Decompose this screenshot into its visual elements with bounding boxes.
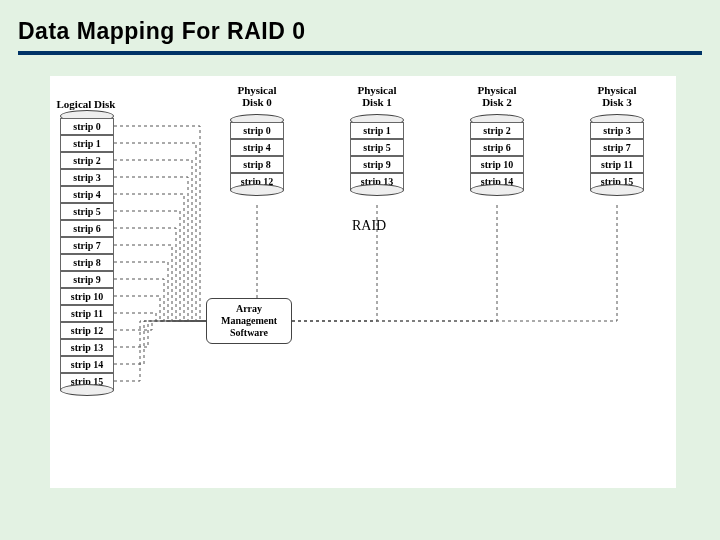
array-management-software-box: Array Management Software bbox=[206, 298, 292, 344]
physical-disk-bottom-ellipse bbox=[470, 184, 524, 196]
physical-disk-bottom-ellipse bbox=[350, 184, 404, 196]
logical-strip-cell: strip 7 bbox=[60, 237, 114, 254]
physical-strip-cell: strip 2 bbox=[470, 122, 524, 139]
physical-disk-1-label: Physical Disk 1 bbox=[347, 84, 407, 108]
logical-strip-cell: strip 2 bbox=[60, 152, 114, 169]
logical-strip-cell: strip 13 bbox=[60, 339, 114, 356]
physical-strip-cell: strip 6 bbox=[470, 139, 524, 156]
physical-strip-cell: strip 10 bbox=[470, 156, 524, 173]
title-bar: Data Mapping For RAID 0 bbox=[18, 18, 702, 55]
physical-strip-cell: strip 4 bbox=[230, 139, 284, 156]
physical-disk-3-label: Physical Disk 3 bbox=[587, 84, 647, 108]
logical-strip-cell: strip 12 bbox=[60, 322, 114, 339]
ams-label: Array Management Software bbox=[207, 303, 291, 339]
logical-strip-cell: strip 0 bbox=[60, 118, 114, 135]
logical-disk-bottom-ellipse bbox=[60, 384, 114, 396]
physical-strip-cell: strip 11 bbox=[590, 156, 644, 173]
logical-strip-cell: strip 14 bbox=[60, 356, 114, 373]
physical-strip-cell: strip 0 bbox=[230, 122, 284, 139]
raid-floating-label: RAID bbox=[352, 218, 386, 234]
physical-disk-2-label: Physical Disk 2 bbox=[467, 84, 527, 108]
logical-strip-cell: strip 5 bbox=[60, 203, 114, 220]
physical-disk-bottom-ellipse bbox=[230, 184, 284, 196]
logical-strip-cell: strip 9 bbox=[60, 271, 114, 288]
physical-strip-cell: strip 1 bbox=[350, 122, 404, 139]
diagram-canvas: Logical Disk strip 0strip 1strip 2strip … bbox=[50, 76, 676, 488]
logical-strip-cell: strip 3 bbox=[60, 169, 114, 186]
logical-strip-cell: strip 6 bbox=[60, 220, 114, 237]
logical-strip-cell: strip 8 bbox=[60, 254, 114, 271]
logical-strip-cell: strip 10 bbox=[60, 288, 114, 305]
logical-strip-cell: strip 4 bbox=[60, 186, 114, 203]
title-underline bbox=[18, 51, 702, 55]
physical-strip-cell: strip 3 bbox=[590, 122, 644, 139]
logical-disk-label: Logical Disk bbox=[56, 98, 116, 110]
logical-strip-cell: strip 1 bbox=[60, 135, 114, 152]
physical-strip-cell: strip 7 bbox=[590, 139, 644, 156]
physical-disk-bottom-ellipse bbox=[590, 184, 644, 196]
physical-strip-cell: strip 8 bbox=[230, 156, 284, 173]
physical-strip-cell: strip 5 bbox=[350, 139, 404, 156]
physical-disk-0-label: Physical Disk 0 bbox=[227, 84, 287, 108]
physical-strip-cell: strip 9 bbox=[350, 156, 404, 173]
logical-strip-cell: strip 11 bbox=[60, 305, 114, 322]
page-title: Data Mapping For RAID 0 bbox=[18, 18, 702, 45]
